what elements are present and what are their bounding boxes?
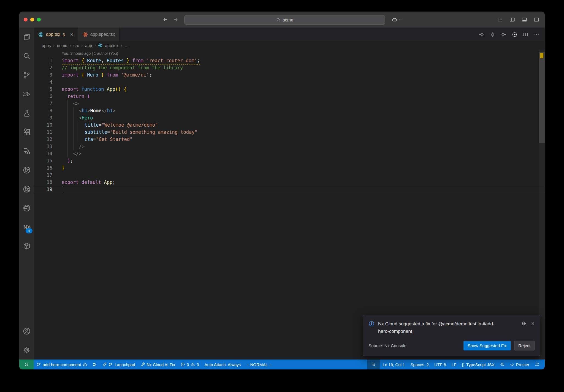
breadcrumb-item[interactable]: app.tsx bbox=[105, 43, 118, 48]
activity-settings[interactable] bbox=[19, 341, 34, 360]
code-line[interactable]: 2// importing the component from the lib… bbox=[34, 64, 545, 71]
line-number[interactable]: 10 bbox=[36, 121, 52, 129]
line-number[interactable]: 2 bbox=[36, 64, 52, 71]
show-suggested-fix-button[interactable]: Show Suggested Fix bbox=[463, 341, 511, 350]
code-line[interactable]: 16} bbox=[34, 164, 545, 172]
more-actions-icon[interactable] bbox=[534, 32, 539, 37]
breadcrumb-item[interactable]: … bbox=[124, 43, 129, 48]
tab-app-spec-tsx[interactable]: app.spec.tsx bbox=[78, 28, 120, 41]
code-line[interactable]: 5export function App() { bbox=[34, 86, 545, 93]
maximize-window-button[interactable] bbox=[37, 18, 41, 21]
code-area[interactable]: 1import { Route, Routes } from 'react-ro… bbox=[34, 57, 545, 193]
line-number[interactable]: 12 bbox=[36, 136, 52, 143]
status-vim-mode[interactable]: -- NORMAL -- bbox=[243, 360, 274, 369]
line-number[interactable]: 18 bbox=[36, 179, 52, 186]
line-number[interactable]: 16 bbox=[36, 164, 52, 172]
code-line[interactable]: 13/> bbox=[34, 143, 545, 150]
toggle-primary-sidebar-icon[interactable] bbox=[509, 17, 515, 22]
breadcrumb-item[interactable]: app bbox=[85, 43, 92, 48]
code-line[interactable]: 1import { Route, Routes } from 'react-ro… bbox=[34, 57, 545, 64]
activity-edge-browser[interactable] bbox=[19, 198, 34, 217]
code-line[interactable]: 12cta="Get Started" bbox=[34, 136, 545, 143]
activity-nx-console[interactable]: N1 bbox=[19, 217, 34, 236]
activity-explorer[interactable] bbox=[19, 28, 34, 47]
code-line[interactable]: 17 bbox=[34, 172, 545, 179]
status-zoom-indicator[interactable] bbox=[367, 360, 380, 369]
activity-project-boxes[interactable] bbox=[19, 141, 34, 160]
toggle-secondary-sidebar-icon[interactable] bbox=[534, 17, 539, 22]
line-number[interactable]: 5 bbox=[36, 86, 52, 93]
code-line[interactable]: 3import { Hero } from '@acme/ui'; bbox=[34, 71, 545, 78]
activity-package-cube[interactable] bbox=[19, 236, 34, 255]
notification-settings-icon[interactable] bbox=[521, 321, 526, 326]
run-circle-icon[interactable] bbox=[512, 32, 517, 37]
activity-gitlens[interactable] bbox=[19, 160, 34, 179]
split-editor-icon[interactable] bbox=[523, 32, 528, 37]
status-problems[interactable]: 03 bbox=[178, 360, 202, 369]
code-line[interactable]: 15); bbox=[34, 157, 545, 164]
line-number[interactable]: 8 bbox=[36, 107, 52, 114]
go-back-icon[interactable] bbox=[162, 17, 168, 22]
line-number[interactable]: 17 bbox=[36, 172, 52, 179]
toggle-panel-icon[interactable] bbox=[522, 17, 527, 22]
line-number[interactable]: 15 bbox=[36, 157, 52, 164]
close-tab-icon[interactable]: × bbox=[70, 32, 74, 37]
scrollbar-thumb[interactable] bbox=[539, 52, 545, 143]
line-number[interactable]: 6 bbox=[36, 93, 52, 100]
line-number[interactable]: 3 bbox=[36, 71, 52, 78]
status-nx-cloud-ai-fix[interactable]: Nx Cloud AI Fix bbox=[138, 360, 178, 369]
customize-layout-icon[interactable] bbox=[497, 17, 503, 22]
status-copilot-status[interactable] bbox=[497, 360, 507, 369]
close-notification-icon[interactable]: × bbox=[531, 321, 535, 326]
status-branch[interactable]: add-hero-component bbox=[34, 360, 90, 369]
remote-indicator[interactable] bbox=[19, 360, 34, 369]
status-notifications[interactable] bbox=[532, 360, 542, 369]
activity-extensions[interactable] bbox=[19, 122, 34, 141]
status-eol[interactable]: LF bbox=[449, 360, 459, 369]
status-indentation[interactable]: Spaces: 2 bbox=[408, 360, 432, 369]
line-number[interactable]: 11 bbox=[36, 129, 52, 136]
breadcrumb-item[interactable]: demo bbox=[57, 43, 67, 48]
code-line[interactable]: 9<Hero bbox=[34, 114, 545, 121]
status-prettier[interactable]: Prettier bbox=[507, 360, 532, 369]
line-number[interactable]: 7 bbox=[36, 100, 52, 107]
status-cursor-position[interactable]: Ln 19, Col 1 bbox=[380, 360, 408, 369]
breadcrumb-item[interactable]: src bbox=[74, 43, 79, 48]
line-number[interactable]: 13 bbox=[36, 143, 52, 150]
status-commit-graph[interactable] bbox=[90, 360, 100, 369]
line-number[interactable]: 4 bbox=[36, 78, 52, 86]
status-launchpad[interactable]: Launchpad bbox=[100, 360, 138, 369]
activity-source-control[interactable] bbox=[19, 66, 34, 85]
code-line[interactable]: 19 bbox=[34, 186, 545, 193]
code-line[interactable]: 4 bbox=[34, 78, 545, 86]
activity-search[interactable] bbox=[19, 47, 34, 66]
scrollbar[interactable] bbox=[539, 50, 545, 360]
status-auto-attach[interactable]: Auto Attach: Always bbox=[202, 360, 244, 369]
activity-accounts[interactable] bbox=[19, 322, 34, 341]
code-line[interactable]: 10title="Welcmoe @acme/demo" bbox=[34, 121, 545, 129]
close-window-button[interactable] bbox=[24, 18, 28, 21]
status-language-mode[interactable]: {}TypeScript JSX bbox=[459, 360, 497, 369]
tab-app-tsx[interactable]: app.tsx 3 × bbox=[34, 28, 78, 41]
codelens-blame[interactable]: You, 3 hours ago | 1 author (You) bbox=[62, 51, 118, 56]
go-forward-icon[interactable] bbox=[173, 17, 178, 22]
line-number[interactable]: 19 bbox=[36, 186, 52, 193]
code-line[interactable]: 8<h1>Home</h1> bbox=[34, 107, 545, 114]
line-number[interactable]: 1 bbox=[36, 57, 52, 64]
minimize-window-button[interactable] bbox=[30, 18, 34, 21]
code-line[interactable]: 7<> bbox=[34, 100, 545, 107]
code-line[interactable]: 6return ( bbox=[34, 93, 545, 100]
code-line[interactable]: 11subtitle="Build something amazing toda… bbox=[34, 129, 545, 136]
line-number[interactable]: 14 bbox=[36, 150, 52, 157]
editor[interactable]: You, 3 hours ago | 1 author (You) 1impor… bbox=[34, 50, 545, 360]
activity-testing[interactable] bbox=[19, 104, 34, 122]
line-number[interactable]: 9 bbox=[36, 114, 52, 121]
code-line[interactable]: 18export default App; bbox=[34, 179, 545, 186]
nav-forward-circle-icon[interactable] bbox=[501, 32, 506, 37]
nav-back-circle-icon[interactable] bbox=[479, 32, 484, 37]
activity-gitlens-inspect[interactable] bbox=[19, 179, 34, 198]
status-encoding[interactable]: UTF-8 bbox=[432, 360, 449, 369]
copilot-menu[interactable] bbox=[392, 12, 402, 28]
nav-dot-circle-icon[interactable] bbox=[490, 32, 495, 37]
command-center-search[interactable]: acme bbox=[184, 15, 385, 25]
